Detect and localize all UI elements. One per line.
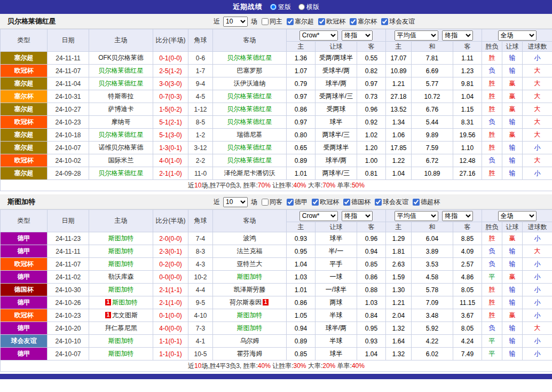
team-name[interactable]: 法兰克福 — [237, 247, 263, 255]
team-name[interactable]: 拜仁慕尼黑 — [105, 324, 137, 332]
odds-value: 6.76 — [412, 103, 453, 116]
summary-text: 让胜率: — [271, 182, 294, 189]
recent-count-select[interactable]: 10 — [223, 17, 248, 27]
odds-value: 球半/两 — [316, 154, 357, 167]
subheader-avg-draw: 和 — [412, 222, 453, 232]
filter-league-checkbox[interactable] — [287, 18, 294, 25]
bookmaker-select[interactable]: Crow* — [299, 211, 338, 221]
odds-stage-select[interactable]: 终指 — [342, 30, 373, 41]
match-row: 德甲24-10-20拜仁慕尼黑4-0(0-0)7-3斯图加特0.94球半/两0.… — [1, 322, 552, 335]
team-name[interactable]: 巴塞罗那 — [237, 67, 263, 74]
team-name[interactable]: 斯图加特 — [112, 299, 138, 306]
team-name[interactable]: 凯泽斯劳滕 — [234, 286, 266, 293]
filter-league[interactable]: 塞尔超 — [285, 17, 314, 26]
average-stage-select[interactable]: 终指 — [442, 211, 473, 221]
filter-league[interactable]: 德超杯 — [411, 198, 440, 207]
team-name[interactable]: 诺维贝尔格莱德 — [99, 144, 144, 151]
bookmaker-select[interactable]: Crow* — [299, 30, 338, 41]
team-name[interactable]: 斯图加特 — [237, 311, 263, 319]
team-name[interactable]: 勒沃库森 — [108, 273, 134, 280]
team-name[interactable]: OFK贝尔格莱德 — [98, 54, 144, 61]
filter-league[interactable]: 德甲 — [285, 198, 307, 207]
filter-league-checkbox[interactable] — [381, 18, 388, 25]
team-name[interactable]: 贝尔格莱德红星 — [227, 105, 272, 113]
average-stage-select[interactable]: 终指 — [442, 30, 473, 41]
team-name[interactable]: 亚特兰大 — [237, 260, 263, 268]
filter-league-checkbox[interactable] — [350, 18, 357, 25]
filter-games-label: 场 — [251, 198, 257, 207]
team-name[interactable]: 特斯蒂拉 — [108, 92, 134, 100]
scope-select[interactable]: 全场 — [498, 211, 537, 221]
away-team-cell: 巴塞罗那 — [213, 65, 287, 77]
filter-league[interactable]: 欧冠杯 — [316, 17, 345, 26]
team-name[interactable]: 贝尔格莱德红星 — [227, 118, 272, 126]
team-name[interactable]: 斯图加特 — [237, 273, 263, 280]
layout-vertical-radio[interactable] — [270, 4, 277, 10]
filter-league[interactable]: 欧冠杯 — [310, 198, 339, 207]
result-flag: 胜 — [482, 103, 502, 116]
summary-text: 大率: — [306, 362, 323, 370]
filter-league[interactable]: 球会友谊 — [373, 198, 408, 207]
team-name[interactable]: 泽伦斯尼卡潘切沃 — [224, 169, 275, 177]
result-flag: 输 — [502, 296, 523, 309]
team-name[interactable]: 斯图加特 — [108, 260, 134, 268]
team-name[interactable]: 贝尔格莱德红星 — [99, 80, 144, 87]
filter-league[interactable]: 德国杯 — [341, 198, 370, 207]
match-date: 24-10-02 — [48, 154, 89, 167]
team-name[interactable]: 贝尔格莱德红星 — [227, 144, 272, 151]
column-header-date: 日期 — [48, 210, 89, 232]
odds-value: 2.04 — [386, 309, 412, 322]
subheader-handicap: 让球 — [316, 42, 357, 52]
team-name[interactable]: 斯图加特 — [237, 324, 263, 332]
team-name[interactable]: 贝尔格莱德红星 — [99, 169, 144, 177]
team-name[interactable]: 沃伊沃迪纳 — [234, 80, 266, 87]
filter-same-venue-checkbox[interactable] — [262, 199, 269, 206]
filter-league-checkbox[interactable] — [287, 199, 294, 206]
scope-select[interactable]: 全场 — [498, 30, 537, 41]
team-name[interactable]: 斯图加特 — [108, 350, 134, 357]
odds-value: 10.89 — [386, 65, 412, 77]
filter-same-venue[interactable]: 同客 — [259, 198, 282, 207]
filter-league-checkbox[interactable] — [312, 199, 319, 206]
layout-horizontal-radio[interactable] — [298, 4, 305, 10]
result-flag: 大 — [523, 77, 552, 90]
filter-league[interactable]: 球会友谊 — [379, 17, 415, 26]
team-name[interactable]: 贝尔格莱德红星 — [99, 131, 144, 138]
filter-league-checkbox[interactable] — [318, 18, 325, 25]
team-name[interactable]: 斯图加特 — [108, 286, 134, 293]
team-name[interactable]: 瑞德尼基 — [237, 131, 263, 138]
team-name[interactable]: 斯图加特 — [108, 247, 134, 255]
filter-same-venue-checkbox[interactable] — [262, 18, 269, 25]
filter-league[interactable]: 塞尔杯 — [348, 17, 377, 26]
team-name[interactable]: 荷尔斯泰因 — [230, 299, 262, 306]
team-name[interactable]: 霍芬海姆 — [237, 350, 263, 357]
odds-value: 0.84 — [357, 309, 386, 322]
odds-value: 1.22 — [386, 154, 412, 167]
filter-league-checkbox[interactable] — [413, 199, 420, 206]
odds-value: 5.78 — [412, 284, 453, 296]
team-name[interactable]: 贝尔格莱德红星 — [227, 54, 272, 61]
subheader-home-odds: 主 — [287, 222, 316, 232]
average-select[interactable]: 平均值 — [395, 30, 438, 41]
team-name[interactable]: 斯图加特 — [108, 234, 134, 242]
filter-league-checkbox[interactable] — [375, 199, 382, 206]
layout-vertical-option[interactable]: 竖版 — [270, 3, 291, 12]
team-name[interactable]: 波鸿 — [243, 234, 256, 242]
filter-league-checkbox[interactable] — [343, 199, 350, 206]
team-name[interactable]: 贝尔格莱德红星 — [99, 67, 144, 74]
team-name[interactable]: 国际米兰 — [108, 156, 134, 164]
team-name[interactable]: 贝尔格莱德红星 — [227, 156, 272, 164]
team-name[interactable]: 斯图加特 — [108, 337, 134, 344]
team-name[interactable]: 摩纳哥 — [112, 118, 131, 126]
team-name[interactable]: 萨博迪卡 — [108, 105, 134, 113]
summary-row: 近10场,胜7平0负3, 胜率:70% 让胜率:40% 大率:70% 单率:50… — [1, 180, 552, 191]
team-name[interactable]: 尤文图斯 — [112, 311, 138, 319]
average-select[interactable]: 平均值 — [395, 211, 438, 221]
odds-stage-select[interactable]: 终指 — [342, 211, 373, 221]
layout-horizontal-option[interactable]: 横版 — [298, 3, 319, 12]
team-name[interactable]: 贝尔格莱德红星 — [227, 92, 272, 100]
recent-count-select[interactable]: 10 — [223, 197, 248, 207]
filter-same-venue[interactable]: 同主 — [259, 17, 282, 26]
odds-value: 1.03 — [287, 271, 316, 284]
team-name[interactable]: 乌尔姆 — [240, 337, 259, 344]
